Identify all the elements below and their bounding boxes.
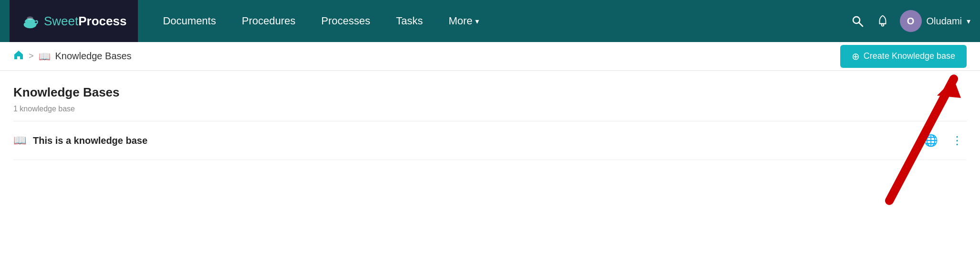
svg-point-0 xyxy=(24,21,37,28)
brand-logo[interactable]: SweetProcess xyxy=(10,0,138,42)
knowledge-base-list: 📖 This is a knowledge base 🌐 ⋮ xyxy=(13,121,967,160)
user-name: Oludami xyxy=(927,16,962,27)
plus-icon: ⊕ xyxy=(852,51,860,62)
table-row: 📖 This is a knowledge base 🌐 ⋮ xyxy=(13,121,967,160)
user-menu[interactable]: O Oludami ▾ xyxy=(900,10,970,32)
kb-item-left: 📖 This is a knowledge base xyxy=(13,134,147,147)
page-title: Knowledge Bases xyxy=(13,85,967,100)
nav-right: O Oludami ▾ xyxy=(849,10,970,32)
kb-item-name[interactable]: This is a knowledge base xyxy=(33,135,147,146)
breadcrumb-current: Knowledge Bases xyxy=(55,51,132,62)
svg-point-1 xyxy=(27,17,33,21)
nav-more[interactable]: More ▾ xyxy=(438,10,490,32)
svg-line-3 xyxy=(859,23,863,27)
breadcrumb: > 📖 Knowledge Bases xyxy=(13,50,132,63)
user-chevron-icon: ▾ xyxy=(967,17,970,26)
create-knowledge-base-button[interactable]: ⊕ Create Knowledge base xyxy=(840,45,967,68)
knowledge-base-item-icon: 📖 xyxy=(13,134,26,147)
brand-name: SweetProcess xyxy=(44,14,126,29)
nav-tasks[interactable]: Tasks xyxy=(386,10,433,32)
breadcrumb-separator: > xyxy=(29,51,34,61)
nav-links: Documents Procedures Processes Tasks Mor… xyxy=(152,10,849,32)
nav-documents[interactable]: Documents xyxy=(152,10,226,32)
kb-item-right: 🌐 ⋮ xyxy=(924,132,967,149)
nav-processes[interactable]: Processes xyxy=(311,10,381,32)
globe-icon: 🌐 xyxy=(924,134,938,147)
chevron-down-icon: ▾ xyxy=(475,17,479,26)
more-options-button[interactable]: ⋮ xyxy=(948,132,967,149)
breadcrumb-bar: > 📖 Knowledge Bases ⊕ Create Knowledge b… xyxy=(0,42,980,71)
svg-point-5 xyxy=(881,24,884,26)
kb-count: 1 knowledge base xyxy=(13,105,967,113)
sweetprocess-icon xyxy=(21,12,39,30)
search-button[interactable] xyxy=(849,13,865,29)
main-content: Knowledge Bases 1 knowledge base 📖 This … xyxy=(0,71,980,280)
navbar: SweetProcess Documents Procedures Proces… xyxy=(0,0,980,42)
avatar: O xyxy=(900,10,922,32)
nav-procedures[interactable]: Procedures xyxy=(231,10,306,32)
notifications-button[interactable] xyxy=(875,13,890,29)
knowledge-base-icon: 📖 xyxy=(39,51,51,62)
home-icon[interactable] xyxy=(13,50,24,63)
bell-icon xyxy=(877,15,888,27)
search-icon xyxy=(851,15,864,27)
